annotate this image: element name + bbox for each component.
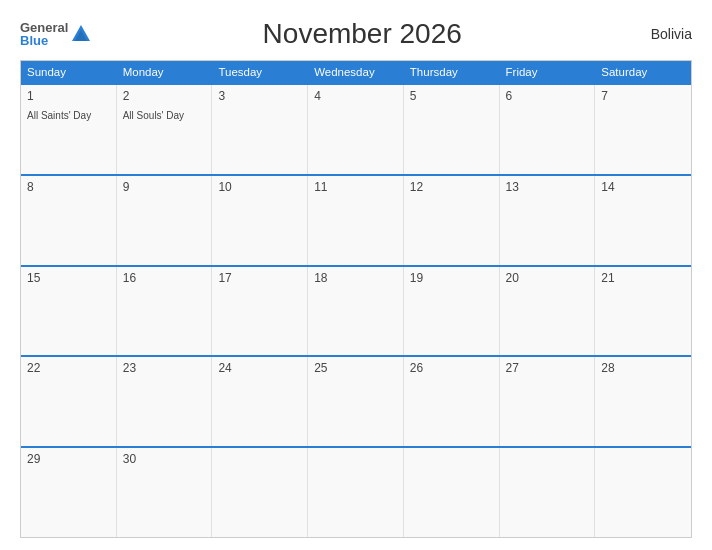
- day-number: 1: [27, 89, 110, 103]
- header-friday: Friday: [500, 61, 596, 83]
- header: General Blue November 2026 Bolivia: [20, 18, 692, 50]
- day-number: 20: [506, 271, 589, 285]
- calendar-cell: 12: [404, 176, 500, 265]
- day-number: 8: [27, 180, 110, 194]
- calendar-cell: 10: [212, 176, 308, 265]
- day-number: 18: [314, 271, 397, 285]
- calendar-cell: 17: [212, 267, 308, 356]
- calendar-cell: [308, 448, 404, 537]
- calendar-cell: [404, 448, 500, 537]
- logo-icon: [70, 23, 92, 45]
- calendar-cell: 26: [404, 357, 500, 446]
- calendar-cell: 5: [404, 85, 500, 174]
- calendar-cell: 28: [595, 357, 691, 446]
- day-number: 19: [410, 271, 493, 285]
- calendar-week-5: 2930: [21, 446, 691, 537]
- page-title: November 2026: [92, 18, 632, 50]
- calendar-cell: 21: [595, 267, 691, 356]
- calendar-cell: 23: [117, 357, 213, 446]
- calendar-cell: 19: [404, 267, 500, 356]
- calendar-week-1: 1All Saints' Day2All Souls' Day34567: [21, 83, 691, 174]
- day-number: 26: [410, 361, 493, 375]
- calendar-cell: 7: [595, 85, 691, 174]
- day-number: 24: [218, 361, 301, 375]
- day-number: 11: [314, 180, 397, 194]
- calendar-cell: [595, 448, 691, 537]
- header-saturday: Saturday: [595, 61, 691, 83]
- day-number: 2: [123, 89, 206, 103]
- day-number: 22: [27, 361, 110, 375]
- calendar-header: Sunday Monday Tuesday Wednesday Thursday…: [21, 61, 691, 83]
- calendar-cell: 6: [500, 85, 596, 174]
- calendar-cell: 15: [21, 267, 117, 356]
- calendar-week-2: 891011121314: [21, 174, 691, 265]
- day-number: 29: [27, 452, 110, 466]
- header-thursday: Thursday: [404, 61, 500, 83]
- calendar-cell: 18: [308, 267, 404, 356]
- header-tuesday: Tuesday: [212, 61, 308, 83]
- calendar-body: 1All Saints' Day2All Souls' Day345678910…: [21, 83, 691, 537]
- calendar-cell: 9: [117, 176, 213, 265]
- day-number: 30: [123, 452, 206, 466]
- calendar-page: General Blue November 2026 Bolivia Sunda…: [0, 0, 712, 550]
- day-number: 21: [601, 271, 685, 285]
- day-number: 14: [601, 180, 685, 194]
- calendar: Sunday Monday Tuesday Wednesday Thursday…: [20, 60, 692, 538]
- calendar-cell: 16: [117, 267, 213, 356]
- day-event: All Saints' Day: [27, 110, 91, 121]
- logo-blue: Blue: [20, 34, 68, 47]
- calendar-cell: 2All Souls' Day: [117, 85, 213, 174]
- calendar-cell: 24: [212, 357, 308, 446]
- day-number: 9: [123, 180, 206, 194]
- day-number: 4: [314, 89, 397, 103]
- header-sunday: Sunday: [21, 61, 117, 83]
- day-number: 17: [218, 271, 301, 285]
- day-number: 15: [27, 271, 110, 285]
- calendar-cell: 14: [595, 176, 691, 265]
- calendar-cell: 4: [308, 85, 404, 174]
- calendar-cell: 27: [500, 357, 596, 446]
- calendar-cell: 1All Saints' Day: [21, 85, 117, 174]
- day-number: 10: [218, 180, 301, 194]
- header-wednesday: Wednesday: [308, 61, 404, 83]
- calendar-cell: 13: [500, 176, 596, 265]
- day-number: 16: [123, 271, 206, 285]
- calendar-week-4: 22232425262728: [21, 355, 691, 446]
- day-number: 23: [123, 361, 206, 375]
- country-label: Bolivia: [632, 26, 692, 42]
- calendar-cell: 22: [21, 357, 117, 446]
- header-monday: Monday: [117, 61, 213, 83]
- calendar-cell: 11: [308, 176, 404, 265]
- day-number: 6: [506, 89, 589, 103]
- day-number: 27: [506, 361, 589, 375]
- calendar-cell: 29: [21, 448, 117, 537]
- day-number: 5: [410, 89, 493, 103]
- day-number: 13: [506, 180, 589, 194]
- day-number: 28: [601, 361, 685, 375]
- day-event: All Souls' Day: [123, 110, 184, 121]
- day-number: 25: [314, 361, 397, 375]
- calendar-cell: 25: [308, 357, 404, 446]
- calendar-cell: 20: [500, 267, 596, 356]
- calendar-cell: 8: [21, 176, 117, 265]
- logo: General Blue: [20, 21, 92, 47]
- calendar-cell: 3: [212, 85, 308, 174]
- calendar-cell: [212, 448, 308, 537]
- calendar-cell: 30: [117, 448, 213, 537]
- calendar-cell: [500, 448, 596, 537]
- calendar-week-3: 15161718192021: [21, 265, 691, 356]
- day-number: 7: [601, 89, 685, 103]
- day-number: 12: [410, 180, 493, 194]
- day-number: 3: [218, 89, 301, 103]
